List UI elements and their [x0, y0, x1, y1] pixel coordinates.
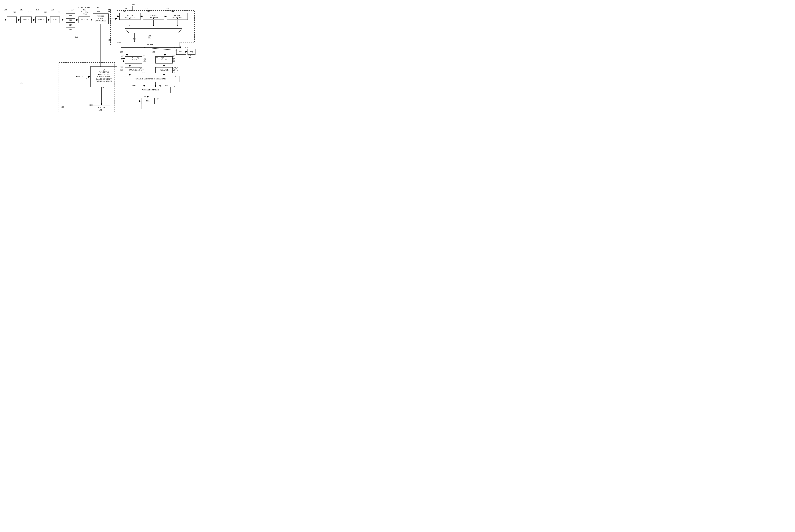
- fir1-label: FIR: [69, 14, 72, 17]
- filter-left-label: FILTER: [131, 59, 137, 61]
- Q11-label: Q¹¹: [162, 57, 164, 59]
- ref-234-label: 234: [108, 11, 111, 13]
- ref-127: 127: [120, 58, 124, 60]
- bus-down-arrowhead: [134, 41, 135, 42]
- ref-224-label: 224: [67, 11, 70, 13]
- fd2-down-arrow: [153, 25, 154, 26]
- ref-214: 214: [36, 8, 39, 11]
- phase-estimator-label: PHASE ESTIMATOR: [141, 89, 159, 91]
- stoc-label5: EVENT MANAGER: [96, 80, 112, 82]
- ref-228-label: 228: [83, 13, 87, 15]
- ref-QQ: QQ: [159, 84, 162, 87]
- circuit-diagram: 202 206 208 210 212 214 216 220 221 CVDD…: [0, 0, 199, 133]
- ref-119: 119: [155, 98, 159, 100]
- ref-117: 117: [172, 86, 175, 88]
- ref-260: 260: [188, 56, 191, 59]
- fir3-label: FIR: [69, 24, 72, 26]
- ref-204-label: 204: [97, 11, 100, 13]
- ref-258: 258: [188, 54, 191, 56]
- fd2-dot: [153, 18, 154, 19]
- ref-208: 208: [13, 11, 16, 13]
- ref-Q1: Q¹: [143, 55, 145, 57]
- ref-212: 212: [29, 11, 32, 13]
- ref-221: 221: [58, 11, 62, 13]
- fir4-label: FIR: [69, 28, 72, 31]
- ref-107: 107: [120, 55, 124, 57]
- ref-430: 230: [79, 11, 82, 13]
- thick-to-agc: [144, 48, 176, 50]
- ref-123: 123: [120, 51, 123, 53]
- fd3-down-arrow: [177, 25, 178, 26]
- bus-246: [125, 28, 182, 33]
- summer-label: SUMMER, DEROTATE & INTEGRATE: [135, 78, 166, 80]
- ref-145: 145: [165, 84, 168, 87]
- src-label2: RATE: [98, 17, 103, 20]
- ref-111: 111: [120, 66, 123, 68]
- ref-139: 139: [142, 71, 146, 73]
- ref-240-label: 240: [123, 10, 126, 12]
- ref-Dq: D_q: [138, 69, 142, 71]
- ref-220: 220: [51, 8, 54, 11]
- scaler-label2: 1/2 L+1: [98, 109, 105, 111]
- ref-204: 204: [96, 6, 99, 8]
- ref-147: 147: [144, 95, 147, 98]
- ref-224: 224: [71, 8, 74, 11]
- ref-254: 254: [174, 46, 177, 48]
- ref-105: 105: [61, 106, 64, 108]
- eq-label: EQ: [190, 51, 193, 53]
- ref-151: 151: [85, 77, 89, 80]
- ref-1011: 1011: [89, 104, 93, 106]
- ref-238: 238: [132, 3, 135, 6]
- ref-149: 149: [100, 87, 104, 89]
- ref-202: 202: [20, 81, 23, 84]
- lpf-label: LPF: [53, 19, 57, 21]
- ref-109: 109: [172, 55, 175, 57]
- fir2-label: FIR: [69, 19, 72, 21]
- ref-250: 250: [133, 38, 136, 40]
- I1-label: I¹: [132, 57, 133, 59]
- ref-135: 135: [120, 69, 124, 71]
- ref-230: 430: [83, 8, 86, 11]
- pll-label: PLL: [146, 100, 150, 102]
- fd3-label1: FILTER: [174, 14, 181, 17]
- ref-153: 153: [108, 39, 111, 41]
- ref-QDq: QD_q: [172, 69, 178, 71]
- ref-206: 206: [4, 8, 7, 11]
- stoc-label3: CALCULATOR/: [97, 76, 111, 78]
- ref-216: 216: [44, 11, 47, 13]
- fd1-dot: [129, 18, 130, 19]
- ref-256: 256: [185, 46, 188, 48]
- filter-wide-label: FILTER: [147, 43, 154, 45]
- src-label3: CONVERTER: [95, 20, 106, 22]
- ref-115: 115: [172, 75, 176, 77]
- fd1-down-arrow: [129, 25, 130, 26]
- stoc-label4: SAMPLE OUTPUT: [96, 78, 112, 80]
- Q1-label: Q¹: [137, 57, 139, 59]
- ref-240: 240: [125, 7, 128, 10]
- ref-Dp: D_p: [138, 66, 142, 69]
- ref-222: 222: [75, 36, 78, 38]
- agc-label: AGC: [179, 51, 183, 53]
- ref-Q11: Q¹¹: [172, 57, 175, 59]
- ref-133: 133: [172, 60, 175, 62]
- ref-137: 137: [142, 68, 146, 71]
- ref-121: 121: [91, 64, 95, 66]
- scaler-label1: SCALER: [98, 106, 105, 109]
- stoc-label1: SAMPLING: [99, 71, 109, 73]
- squarer-left-label: SQUARER: [129, 69, 138, 71]
- ref-244: 244: [166, 7, 169, 10]
- fd1-label1: FILTER: [127, 14, 133, 17]
- I11-label: I¹¹: [156, 57, 158, 59]
- squarer-right-label: SQUARER: [159, 69, 169, 71]
- ref-QDp: QD_p: [172, 66, 178, 69]
- ref-141: 141: [172, 71, 176, 73]
- ref-125: 125: [152, 51, 155, 53]
- ref-210: 210: [20, 8, 23, 11]
- stoc-label2: TIME OFFSET: [98, 73, 110, 75]
- filter-right-label: FILTER: [161, 59, 167, 61]
- src-label1: SAMPLE: [97, 15, 104, 17]
- cvdd-label: CVDD: [85, 6, 91, 8]
- fd2-label1: FILTER: [151, 14, 157, 17]
- ref-242-label: 242: [147, 10, 150, 12]
- ref-248: 248: [117, 41, 121, 44]
